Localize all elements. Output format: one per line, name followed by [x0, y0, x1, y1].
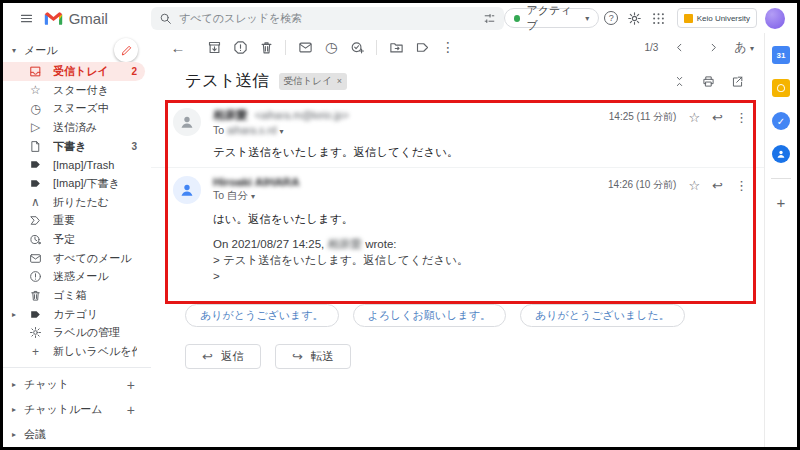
sidebar-item-important[interactable]: 重要 [3, 212, 145, 231]
settings-button[interactable] [623, 11, 647, 26]
sidebar-item-scheduled[interactable]: 予定 [3, 230, 145, 249]
smart-reply-chip[interactable]: よろしくお願いします。 [353, 304, 506, 327]
open-in-new-icon[interactable] [731, 75, 744, 88]
message-2[interactable]: Hiroaki AIHARA To 自分 ▾ はい。返信をいたします。 On 2… [151, 168, 764, 291]
get-addons-button[interactable]: + [777, 194, 786, 211]
chat-status-selector[interactable]: アクティブ ▾ [504, 8, 599, 28]
folder-move-icon [389, 40, 404, 55]
delete-button[interactable] [253, 40, 279, 55]
remove-label-icon[interactable]: × [337, 76, 342, 86]
sidebar-section-mail[interactable]: ▾ メール [3, 38, 151, 62]
add-to-tasks-button[interactable] [344, 40, 370, 55]
reply-button[interactable]: ↩ 返信 [185, 344, 261, 369]
recipient-line[interactable]: To 自分 ▾ [213, 189, 468, 203]
search-icon[interactable] [159, 12, 172, 25]
sidebar-divider [3, 367, 151, 368]
main-menu-button[interactable] [13, 11, 40, 26]
sidebar-item-spam[interactable]: 迷惑メール [3, 268, 145, 287]
trash-icon [259, 40, 274, 55]
smart-reply-chip[interactable]: ありがとうございます。 [185, 304, 339, 327]
reply-actions: ↩ 返信 ↪ 転送 [185, 344, 764, 369]
important-marker-icon [29, 214, 42, 227]
smart-reply-chip[interactable]: ありがとうございました。 [520, 304, 685, 327]
sidebar-item-drafts[interactable]: 下書き 3 [3, 137, 145, 156]
avatar [173, 176, 201, 204]
thread-body: 相原愛 <aihara.m@keio.jp> To aihara.s.rd ▾ … [151, 100, 764, 447]
reply-button[interactable]: ↩ [712, 179, 723, 192]
caret-right-icon: ▸ [12, 380, 16, 389]
search-input[interactable]: すべてのスレッドを検索 [179, 11, 476, 26]
older-button[interactable] [700, 41, 726, 54]
sidebar-item-trash[interactable]: ゴミ箱 [3, 286, 145, 305]
more-button[interactable]: ⋮ [735, 179, 748, 192]
reply-button[interactable]: ↩ [712, 111, 723, 124]
chevron-down-icon[interactable]: ▾ [280, 127, 284, 136]
sidebar-item-sent[interactable]: ▷ 送信済み [3, 118, 145, 137]
report-spam-button[interactable] [227, 40, 253, 55]
thread-subject: テスト送信 [185, 70, 269, 92]
forward-button[interactable]: ↪ 転送 [275, 344, 351, 369]
reply-icon: ↩ [202, 349, 213, 364]
back-button[interactable]: ← [165, 40, 191, 55]
sidebar-item-starred[interactable]: ☆ スター付き [3, 81, 145, 100]
contacts-icon[interactable] [772, 145, 790, 163]
account-avatar[interactable] [765, 8, 785, 29]
more-button[interactable]: ⋮ [435, 40, 461, 54]
chevron-up-icon: ∧ [28, 196, 43, 208]
star-button[interactable]: ☆ [688, 179, 700, 192]
snooze-button[interactable]: ◷ [318, 40, 344, 54]
search-options-icon[interactable] [483, 12, 496, 25]
calendar-icon[interactable]: 31 [772, 46, 790, 64]
envelope-icon [298, 40, 313, 55]
inbox-label-chip[interactable]: 受信トレイ × [279, 73, 347, 90]
recipient-line[interactable]: To aihara.s.rd ▾ [213, 124, 459, 136]
new-room-button[interactable]: + [127, 402, 135, 418]
caret-right-icon: ▸ [12, 430, 16, 439]
gmail-logo[interactable]: Gmail [44, 10, 135, 27]
keep-icon[interactable] [772, 79, 790, 97]
compose-button[interactable] [114, 38, 138, 62]
tasks-icon[interactable]: ✓ [772, 112, 790, 130]
sidebar-section-chat[interactable]: ▸ チャット + [3, 372, 151, 397]
apps-grid-icon [651, 11, 666, 26]
sender-name: Hiroaki AIHARA [213, 176, 299, 188]
sender-name: 相原愛 [213, 109, 248, 121]
message-time: 14:26 (10 分前) [608, 178, 676, 192]
more-button[interactable]: ⋮ [735, 111, 748, 124]
sidebar-section-meet[interactable]: ▸ 会議 [3, 422, 151, 447]
gear-icon [29, 326, 42, 339]
chevron-down-icon: ▾ [585, 14, 589, 23]
message-body: テスト送信をいたします。返信してください。 [213, 144, 459, 160]
newer-button[interactable] [666, 41, 692, 54]
print-icon[interactable] [702, 75, 715, 88]
mark-unread-button[interactable] [292, 40, 318, 55]
star-button[interactable]: ☆ [688, 111, 700, 124]
label-button[interactable] [409, 40, 435, 55]
sidebar-item-imap-trash[interactable]: [Imap]/Trash [3, 155, 145, 174]
new-chat-button[interactable]: + [127, 377, 135, 393]
sidebar-item-manage-labels[interactable]: ラベルの管理 [3, 324, 145, 343]
sidebar-item-all-mail[interactable]: すべてのメール [3, 249, 145, 268]
search-bar[interactable]: すべてのスレッドを検索 [151, 7, 504, 30]
sidebar-item-categories[interactable]: ▸ カテゴリ [3, 305, 145, 324]
sidebar-section-rooms[interactable]: ▸ チャットルーム + [3, 397, 151, 422]
message-1[interactable]: 相原愛 <aihara.m@keio.jp> To aihara.s.rd ▾ … [151, 100, 764, 168]
sidebar: ▾ メール 受信トレイ 2 ☆ スター付き ◷ スヌーズ中 ▷ 送 [3, 33, 151, 447]
sidebar-item-snoozed[interactable]: ◷ スヌーズ中 [3, 99, 145, 118]
sidebar-item-create-label[interactable]: + 新しいラベルを作成 [3, 342, 145, 361]
plus-icon: + [28, 346, 43, 358]
envelope-icon [29, 252, 42, 265]
schedule-send-icon [29, 233, 42, 246]
google-apps-button[interactable] [647, 11, 671, 26]
help-icon: ? [604, 11, 618, 25]
support-button[interactable]: ? [599, 11, 623, 25]
archive-button[interactable] [201, 40, 227, 55]
sidebar-item-inbox[interactable]: 受信トレイ 2 [3, 62, 145, 81]
sidebar-item-collapse[interactable]: ∧ 折りたたむ [3, 193, 145, 212]
collapse-all-icon[interactable] [673, 75, 686, 88]
chevron-down-icon[interactable]: ▾ [251, 192, 255, 201]
input-tools-button[interactable]: あ ▾ [734, 39, 754, 56]
sidebar-item-imap-drafts[interactable]: [Imap]/下書き [3, 174, 145, 193]
move-to-button[interactable] [383, 40, 409, 55]
chevron-down-icon: ▾ [12, 46, 16, 55]
